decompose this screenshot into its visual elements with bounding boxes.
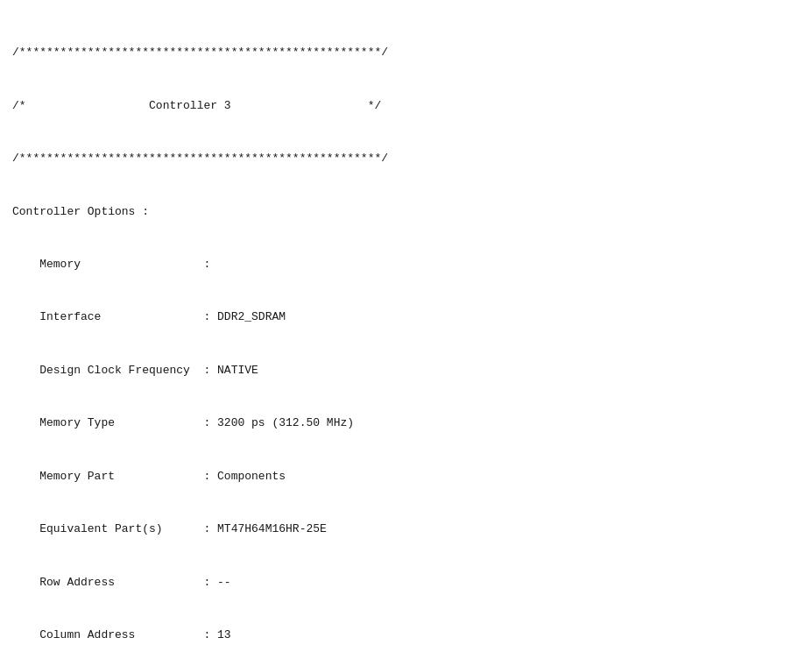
column-address-value: 13 bbox=[217, 628, 231, 641]
memory-part-value: Components bbox=[217, 470, 286, 483]
column-address-row: Column Address : 13 bbox=[12, 627, 800, 644]
memory-type-value: 3200 ps (312.50 MHz) bbox=[217, 416, 354, 429]
controller-title: /* Controller 3 */ bbox=[12, 97, 800, 115]
interface-row: Interface : DDR2_SDRAM bbox=[12, 308, 800, 326]
row-address-row: Row Address : -- bbox=[12, 574, 800, 592]
equivalent-part-row: Equivalent Part(s) : MT47H64M16HR-25E bbox=[12, 521, 800, 538]
memory-row: Memory : bbox=[12, 256, 800, 273]
row-address-value: -- bbox=[217, 576, 231, 589]
page-container: /***************************************… bbox=[0, 0, 812, 659]
interface-value: DDR2_SDRAM bbox=[217, 310, 286, 323]
comment-top: /***************************************… bbox=[12, 44, 800, 61]
controller-options-header: Controller Options : bbox=[12, 203, 800, 221]
memory-type-row: Memory Type : 3200 ps (312.50 MHz) bbox=[12, 415, 800, 432]
comment-bottom: /***************************************… bbox=[12, 150, 800, 167]
design-clock-row: Design Clock Frequency : NATIVE bbox=[12, 362, 800, 379]
design-clock-value: NATIVE bbox=[217, 364, 258, 377]
code-content: /***************************************… bbox=[12, 9, 800, 659]
equivalent-part-value: MT47H64M16HR-25E bbox=[217, 522, 327, 535]
memory-part-row: Memory Part : Components bbox=[12, 468, 800, 485]
